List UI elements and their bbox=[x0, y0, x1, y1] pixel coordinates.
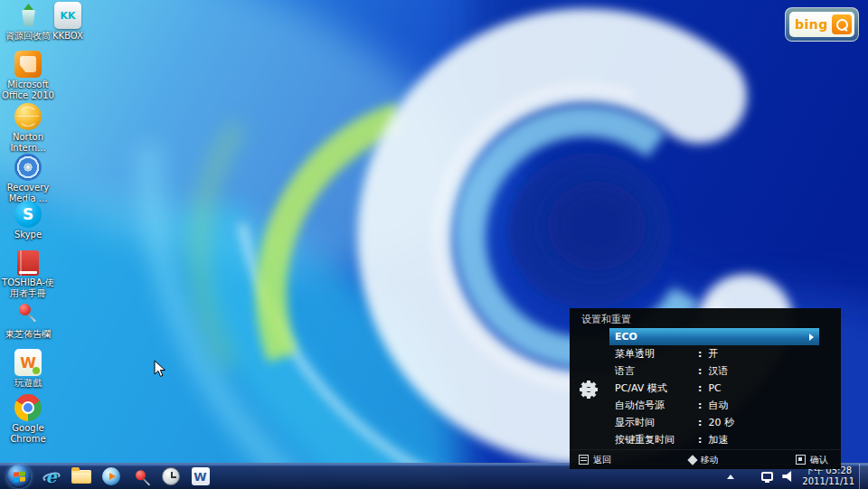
osd-item-key-repeat[interactable]: 按键重复时间 加速 bbox=[609, 431, 819, 448]
disc-icon bbox=[14, 154, 42, 181]
media-player-icon bbox=[102, 467, 120, 485]
red-book-icon bbox=[17, 250, 39, 276]
osd-footer-move: 移动 bbox=[689, 454, 719, 466]
recycle-bin-icon bbox=[14, 2, 42, 29]
start-button[interactable] bbox=[7, 465, 31, 488]
osd-menu-list: ECO 菜单透明 开 语言 汉语 PC/AV 模式 PC 自动信号源 自动 显示… bbox=[609, 328, 819, 448]
menu-grid-icon bbox=[579, 455, 589, 465]
desktop-icon-label: Microsoft Office 2010 bbox=[0, 80, 56, 101]
osd-item-value: 加速 bbox=[698, 433, 728, 447]
osd-item-auto-source[interactable]: 自动信号源 自动 bbox=[609, 397, 819, 414]
osd-item-value: PC bbox=[698, 382, 722, 394]
desktop-icon-toshiba-bulletin[interactable]: 東芝佈告欄 bbox=[0, 300, 56, 340]
osd-item-label: ECO bbox=[615, 331, 637, 343]
navigate-diamond-icon bbox=[687, 455, 697, 465]
taskbar-item-utility[interactable] bbox=[156, 465, 185, 489]
clock-utility-icon bbox=[162, 467, 180, 485]
osd-footer-label: 返回 bbox=[593, 454, 611, 466]
mouse-cursor bbox=[154, 360, 166, 378]
osd-item-display-time[interactable]: 显示时间 20 秒 bbox=[609, 414, 819, 431]
osd-footer-confirm: 确认 bbox=[796, 454, 828, 466]
osd-footer-label: 确认 bbox=[810, 454, 828, 466]
taskbar-item-word[interactable] bbox=[185, 465, 215, 489]
osd-item-value: 汉语 bbox=[698, 364, 728, 378]
desktop-icon-norton[interactable]: Norton Intern... bbox=[0, 103, 56, 154]
osd-footer: 返回 移动 确认 bbox=[570, 449, 841, 469]
osd-item-language[interactable]: 语言 汉语 bbox=[609, 362, 819, 380]
desktop-icon-label: Google Chrome bbox=[0, 423, 56, 445]
osd-item-label: 显示时间 bbox=[615, 416, 655, 429]
desktop-icon-recovery-media[interactable]: Recovery Media ... bbox=[0, 154, 56, 204]
taskbar-item-internet-explorer[interactable] bbox=[36, 465, 66, 489]
chrome-icon bbox=[14, 394, 42, 421]
volume-icon[interactable] bbox=[782, 471, 794, 482]
desktop-icon-label: 玩遊戲 bbox=[0, 378, 56, 389]
enter-icon bbox=[796, 455, 806, 465]
internet-explorer-icon bbox=[42, 466, 61, 486]
desktop-icon-label: TOSHIBA-使用者手冊 bbox=[0, 277, 56, 299]
pushpin-icon bbox=[14, 300, 42, 327]
osd-item-label: 语言 bbox=[615, 364, 635, 378]
search-icon bbox=[836, 19, 848, 31]
osd-item-label: 菜单透明 bbox=[615, 347, 655, 361]
pushpin-icon bbox=[131, 467, 149, 485]
monitor-osd-menu: 设置和重置 ECO 菜单透明 开 语言 汉语 PC/AV 模式 PC bbox=[570, 308, 841, 469]
osd-footer-back: 返回 bbox=[579, 454, 611, 466]
osd-item-value: 开 bbox=[698, 347, 718, 361]
word-icon bbox=[192, 467, 210, 485]
search-input[interactable]: bing bbox=[789, 12, 854, 37]
taskbar-pinned-items bbox=[36, 465, 215, 489]
gear-icon bbox=[580, 381, 598, 399]
search-button[interactable] bbox=[832, 14, 852, 34]
desktop-icon-label: Skype bbox=[0, 230, 56, 240]
taskbar-item-windows-explorer[interactable] bbox=[66, 465, 96, 489]
display-icon[interactable] bbox=[761, 472, 773, 481]
desktop-icon-play-games[interactable]: 玩遊戲 bbox=[0, 349, 56, 389]
tray-date: 2011/11/11 bbox=[802, 476, 854, 487]
taskbar-item-media-player[interactable] bbox=[96, 465, 126, 489]
games-icon bbox=[14, 349, 42, 376]
desktop-icon-label: 東芝佈告欄 bbox=[0, 329, 56, 340]
desktop-icon-microsoft-office[interactable]: Microsoft Office 2010 bbox=[0, 51, 56, 101]
osd-item-label: 自动信号源 bbox=[615, 399, 665, 412]
desktop-icon-skype[interactable]: Skype bbox=[0, 201, 56, 240]
windows-logo-icon bbox=[14, 471, 25, 482]
osd-title: 设置和重置 bbox=[570, 308, 841, 326]
osd-item-label: 按键重复时间 bbox=[615, 433, 675, 447]
norton-globe-icon bbox=[14, 103, 42, 130]
office-icon bbox=[14, 51, 42, 78]
osd-item-menu-transparency[interactable]: 菜单透明 开 bbox=[609, 345, 819, 362]
chevron-up-icon[interactable] bbox=[727, 475, 734, 479]
desktop-icon-label: KKBOX bbox=[40, 31, 96, 42]
bing-logo: bing bbox=[792, 17, 828, 32]
desktop-icon-kkbox[interactable]: KKBOX bbox=[40, 2, 96, 42]
desktop: 資源回收筒 KKBOX Microsoft Office 2010 Norton… bbox=[0, 0, 868, 489]
desktop-icon-label: Norton Intern... bbox=[0, 132, 56, 154]
taskbar-item-bulletin[interactable] bbox=[126, 465, 156, 489]
show-desktop-button[interactable] bbox=[859, 464, 868, 489]
osd-item-value: 20 秒 bbox=[698, 416, 734, 429]
desktop-icon-toshiba-manual[interactable]: TOSHIBA-使用者手冊 bbox=[0, 249, 56, 299]
skype-icon bbox=[14, 201, 42, 228]
chevron-right-icon bbox=[809, 334, 814, 341]
osd-item-value: 自动 bbox=[698, 399, 728, 412]
folder-explorer-icon bbox=[71, 470, 91, 484]
desktop-icon-google-chrome[interactable]: Google Chrome bbox=[0, 394, 56, 445]
bing-search-gadget[interactable]: bing bbox=[785, 7, 859, 42]
kkbox-icon bbox=[54, 2, 81, 29]
osd-footer-label: 移动 bbox=[701, 454, 719, 466]
osd-item-eco[interactable]: ECO bbox=[609, 328, 819, 345]
osd-item-label: PC/AV 模式 bbox=[615, 381, 667, 395]
osd-item-pc-av-mode[interactable]: PC/AV 模式 PC bbox=[609, 380, 819, 397]
